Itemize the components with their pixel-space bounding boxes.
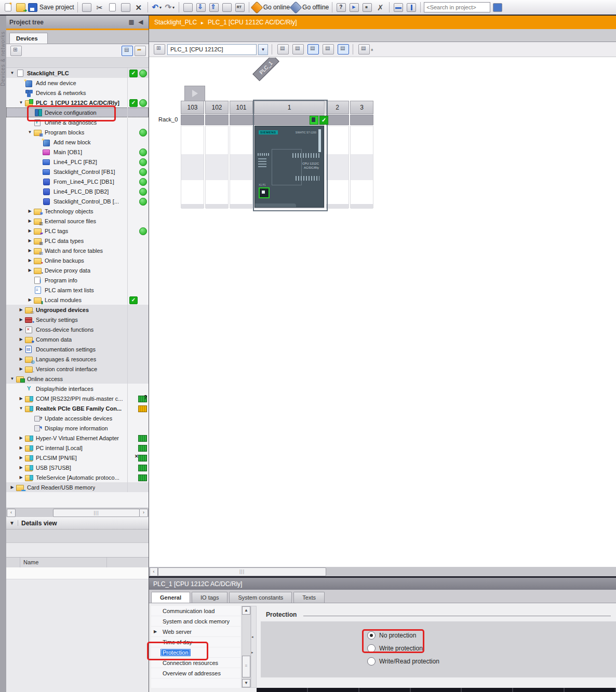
chevron-closed-icon[interactable]: ▶ — [18, 367, 24, 371]
rack-row-slot-101[interactable] — [230, 115, 253, 125]
scroll-right-icon[interactable]: › — [139, 509, 148, 517]
slot-header-2[interactable]: 2 — [326, 101, 349, 114]
nav-item-overview-of-addresses[interactable]: Overview of addresses — [151, 668, 240, 679]
download-to-device-button[interactable] — [195, 2, 207, 13]
chevron-closed-icon[interactable]: ▶ — [9, 485, 15, 490]
compile-button[interactable] — [182, 2, 194, 13]
tree-item-device-proxy-data[interactable]: ▶Device proxy data — [6, 265, 149, 275]
nav-vscrollbar[interactable]: ▲ ≡ ▼ — [242, 606, 251, 688]
rack-row-slot-3[interactable] — [350, 115, 373, 125]
slot-header-102[interactable]: 102 — [205, 101, 229, 114]
radio-button-icon[interactable] — [367, 644, 376, 653]
tree-item-watch-and-force-tables[interactable]: ▶Watch and force tables — [6, 246, 149, 255]
tab-io-tags[interactable]: IO tags — [192, 592, 227, 603]
accessible-devices-button[interactable] — [336, 2, 347, 13]
nav-item-protection[interactable]: Protection — [151, 647, 240, 658]
start-simulation-button[interactable] — [221, 2, 233, 13]
tree-item-display-more-information[interactable]: Display more information — [6, 423, 149, 433]
tree-item-line4-plc-db-db2[interactable]: Line4_PLC_DB [DB2] — [6, 186, 149, 196]
tree-item-online-backups[interactable]: ▶Online backups — [6, 255, 149, 265]
chevron-closed-icon[interactable]: ▶ — [27, 238, 33, 243]
open-project-button[interactable]: ➜ — [15, 2, 26, 13]
tree-item-hyper-v-virtual-ethernet-adapter[interactable]: ▶Hyper-V Virtual Ethernet Adapter — [6, 433, 149, 443]
slot-header-101[interactable]: 101 — [230, 101, 253, 114]
tree-item-technology-objects[interactable]: ▶Technology objects — [6, 206, 149, 216]
rack-expand-button[interactable] — [184, 86, 205, 101]
tree-item-add-new-block[interactable]: Add new block — [6, 137, 149, 147]
chevron-closed-icon[interactable]: ▶ — [18, 307, 24, 312]
slot-body-102[interactable] — [205, 126, 229, 208]
tree-item-external-source-files[interactable]: ▶External source files — [6, 216, 149, 226]
chevron-closed-icon[interactable]: ▶ — [18, 455, 24, 460]
scroll-left-icon[interactable]: ‹ — [7, 509, 16, 517]
scroll-thumb[interactable]: ||| — [158, 567, 326, 576]
slot-body-103[interactable] — [181, 126, 204, 208]
nav-item-time-of-day[interactable]: Time of day — [151, 637, 240, 647]
tree-item-line4-plc-fb2[interactable]: Line4_PLC [FB2] — [6, 157, 149, 167]
collapse-panel-icon[interactable]: ◀ — [136, 19, 145, 26]
tree-item-plc-tags[interactable]: ▶PLC tags — [6, 226, 149, 236]
chevron-closed-icon[interactable]: ▶ — [27, 248, 33, 253]
tree-item-security-settings[interactable]: ▶Security settings — [6, 315, 149, 324]
tree-item-program-blocks[interactable]: ▼Program blocks — [6, 127, 149, 137]
radio-no-protection[interactable]: No protection — [367, 631, 416, 640]
chevron-closed-icon[interactable]: ▶ — [18, 396, 24, 401]
slot-body-101[interactable] — [230, 126, 253, 208]
radio-write-read-protection[interactable]: Write/Read protection — [367, 657, 439, 666]
cross-references-button[interactable]: ✗ — [374, 2, 386, 13]
go-offline-button[interactable]: Go offline — [291, 2, 329, 13]
tree-item-display-hide-interfaces[interactable]: Display/hide interfaces — [6, 384, 149, 394]
rename-icon[interactable] — [292, 44, 304, 55]
edit-mode-icon[interactable] — [307, 44, 319, 55]
tab-devices[interactable]: Devices — [9, 33, 48, 44]
zoom-icon[interactable] — [358, 44, 370, 55]
tree-item-pc-internal-local[interactable]: ▶PC internal [Local] — [6, 443, 149, 453]
chevron-closed-icon[interactable]: ▶ — [18, 347, 24, 351]
split-editor-horizontal-button[interactable] — [393, 2, 404, 13]
chevron-closed-icon[interactable]: ▶ — [18, 465, 24, 470]
rack-row-slot-2[interactable] — [326, 115, 349, 125]
go-online-button[interactable]: Go online — [252, 2, 290, 13]
chevron-closed-icon[interactable]: ▶ — [154, 629, 157, 634]
chevron-closed-icon[interactable]: ▶ — [18, 475, 24, 480]
network-view-icon[interactable] — [154, 44, 165, 55]
tree-item-devices-networks[interactable]: Devices & networks — [6, 88, 149, 98]
tab-texts[interactable]: Texts — [293, 592, 325, 603]
chevron-closed-icon[interactable]: ▶ — [27, 219, 33, 223]
tree-item-documentation-settings[interactable]: ▶Documentation settings — [6, 344, 149, 354]
project-search-button[interactable] — [492, 2, 503, 13]
tree-item-device-configuration[interactable]: Device configuration — [6, 107, 149, 117]
split-editor-vertical-button[interactable] — [406, 2, 417, 13]
show-grid-icon[interactable] — [323, 44, 334, 55]
tree-item-version-control-interface[interactable]: ▶Version control interface — [6, 364, 149, 374]
cut-button[interactable]: ✂ — [94, 2, 105, 13]
chevron-closed-icon[interactable]: ▶ — [27, 209, 33, 213]
tree-item-stacklight-plc[interactable]: ▼Stacklight_PLC✓ — [6, 68, 149, 78]
ethernet-port[interactable] — [259, 187, 270, 198]
slot-header-103[interactable]: 103 — [181, 101, 204, 114]
show-table-icon[interactable] — [338, 44, 349, 55]
stop-cpu-button[interactable] — [361, 2, 373, 13]
chevron-closed-icon[interactable]: ▶ — [18, 317, 24, 322]
scroll-thumb[interactable]: ||| — [53, 509, 140, 517]
tree-view-icon[interactable] — [10, 46, 22, 56]
breadcrumb-project[interactable]: Stacklight_PLC — [154, 19, 197, 26]
slot-header-3[interactable]: 3 — [350, 101, 373, 114]
tree-item-local-modules[interactable]: ▶Local modules✓ — [6, 295, 149, 305]
save-project-button[interactable]: Save project — [28, 2, 74, 13]
slot-body-3[interactable] — [350, 126, 373, 208]
rack-row-slot-103[interactable] — [181, 115, 204, 125]
tab-general[interactable]: General — [151, 592, 190, 603]
chevron-closed-icon[interactable]: ▶ — [18, 327, 24, 332]
chevron-closed-icon[interactable]: ▶ — [27, 258, 33, 263]
delete-button[interactable]: ✕ — [133, 2, 144, 13]
tree-item-teleservice-automatic-protoco[interactable]: ▶TeleService [Automatic protoco... — [6, 472, 149, 482]
show-module-labels-icon[interactable] — [277, 44, 289, 55]
collapse-all-icon[interactable] — [135, 46, 146, 56]
chevron-closed-icon[interactable]: ▶ — [18, 436, 24, 440]
slot-body-2[interactable] — [326, 126, 349, 208]
chevron-open-icon[interactable]: ▼ — [9, 71, 15, 75]
chevron-closed-icon[interactable]: ▶ — [27, 297, 33, 302]
nav-item-web-server[interactable]: ▶Web server — [151, 627, 240, 637]
radio-write-protection[interactable]: Write protection — [367, 644, 423, 653]
